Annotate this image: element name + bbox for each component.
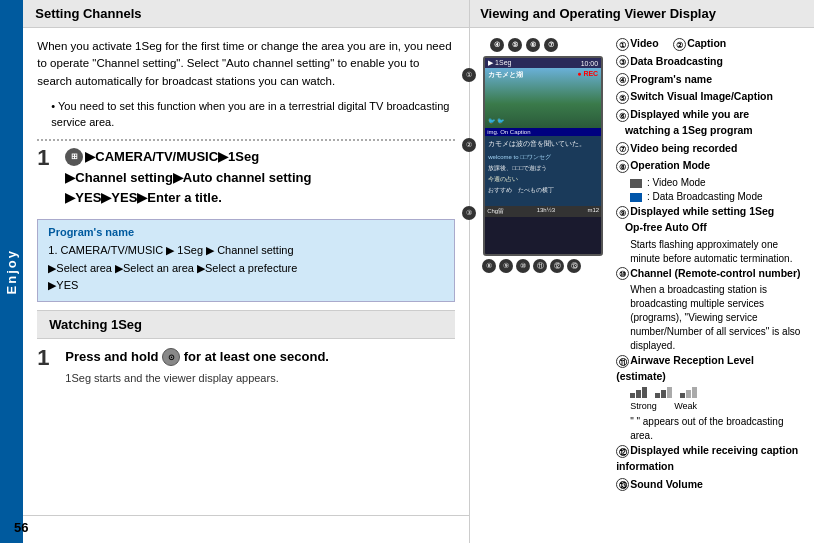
callout-8: ⑧ (482, 259, 496, 273)
bar2a (655, 393, 660, 398)
num-10: ⑩ (616, 267, 629, 280)
num-2: ② (673, 38, 686, 51)
signal-group-1 (630, 387, 647, 398)
label-caption-info: Displayed while receiving caption inform… (616, 444, 798, 472)
blue-section: Program's name 1. CAMERA/TV/MUSIC ▶ 1Seg… (37, 219, 455, 302)
blue-step: 1. (48, 244, 60, 256)
callout-11: ⑪ (533, 259, 547, 273)
bar3b (686, 390, 691, 398)
row-7: ⑦Video being recorded (616, 141, 806, 157)
phone-channel: ▶ 1Seg (488, 59, 511, 67)
num-4: ④ (616, 73, 629, 86)
bar3c (692, 387, 697, 398)
num-11: ⑪ (616, 355, 629, 368)
phone-time: 10:00 (581, 60, 599, 67)
row-9-detail: Starts flashing approximately one minute… (630, 238, 806, 266)
num-9: ⑨ (616, 206, 629, 219)
phone-main-content: カモメは波の音を聞いていた。 welcome to □□ワンセグ 放課後、□□□… (485, 136, 601, 206)
left-panel: Setting Channels When you activate 1Seg … (23, 0, 470, 543)
bottom-callouts: ⑧ ⑨ ⑩ ⑪ ⑫ ⑬ (482, 259, 608, 273)
data-broadcasting-mode-label: : Data Broadcasting Mode (647, 191, 763, 202)
label-airwave: Airwave Reception Level (estimate) (616, 354, 754, 382)
label-caption: Caption (687, 37, 726, 49)
callout-12: ⑫ (550, 259, 564, 273)
enjoy-label: Enjoy (4, 249, 19, 294)
row-12: ⑫Displayed while receiving caption infor… (616, 443, 806, 475)
phone-status-bar: ▶ 1Seg 10:00 (485, 58, 601, 68)
recommend-text: おすすめ たべもの横丁 (488, 186, 598, 195)
phone-wrapper: ④ ⑤ ⑥ ⑦ ① ② ③ ▶ 1Seg (478, 56, 608, 273)
step1-number: 1 (37, 147, 49, 169)
row-13: ⑬Sound Volume (616, 477, 806, 493)
bottom-text: 放課後、□□□で遊ぼう (488, 164, 598, 173)
right-header: Viewing and Operating Viewer Display (470, 0, 814, 28)
watching-1seg-header: Watching 1Seg (37, 310, 455, 339)
blue-content: CAMERA/TV/MUSIC ▶ 1Seg ▶ Channel setting… (48, 244, 297, 291)
step1-main: ⊞▶CAMERA/TV/MUSIC▶1Seg ▶Channel setting▶… (65, 147, 455, 209)
phone-screen: ▶ 1Seg 10:00 カモメと湖 🐦 🐦 ● REC img. On Cap… (483, 56, 603, 256)
footer-right: m12 (587, 207, 599, 216)
label-displayed-setting: Displayed while setting 1Seg Op-free Aut… (616, 205, 774, 233)
page-footer: 56 (23, 515, 469, 543)
enjoy-sidebar: Enjoy (0, 0, 23, 543)
step1-block: 1 ⊞▶CAMERA/TV/MUSIC▶1Seg ▶Channel settin… (37, 147, 455, 209)
num-1: ① (616, 38, 629, 51)
setting-channels-header: Setting Channels (23, 0, 469, 28)
row-4: ④Program's name (616, 72, 806, 88)
label-program-name: Program's name (630, 73, 712, 85)
data-broadcasting-mode-icon (630, 193, 642, 202)
mode1-row: : Video Mode (630, 176, 806, 190)
bar1b (636, 390, 641, 398)
video-text: カモメは波の音を聞いていた。 (488, 139, 598, 149)
callout-7: ⑦ (544, 38, 558, 52)
video-mode-label: : Video Mode (647, 177, 706, 188)
phone-display-area: ④ ⑤ ⑥ ⑦ ① ② ③ ▶ 1Seg (478, 36, 608, 535)
callout-1-wrapper: ① (462, 66, 476, 82)
label-displayed-watching: Displayed while you are watching a 1Seg … (616, 108, 753, 136)
label-video: Video (630, 37, 658, 49)
rec-indicator: ● REC (577, 70, 598, 77)
callout-9: ⑨ (499, 259, 513, 273)
footer-time: 13h½3 (537, 207, 555, 216)
row-1-2: ①Video ②Caption (616, 36, 806, 52)
step2-number: 1 (37, 347, 49, 369)
callout-2: ② (462, 138, 476, 152)
label-sound-volume: Sound Volume (630, 478, 703, 490)
num-13: ⑬ (616, 478, 629, 491)
left-content: When you activate 1Seg for the first tim… (23, 28, 469, 515)
welcome-text: welcome to □□ワンセグ (488, 153, 598, 162)
bullet-item: You need to set this function when you a… (51, 98, 455, 131)
right-content: ④ ⑤ ⑥ ⑦ ① ② ③ ▶ 1Seg (470, 28, 814, 543)
label-switch-visual: Switch Visual Image/Caption (630, 90, 773, 102)
label-operation-mode: Operation Mode (630, 159, 710, 171)
bar2b (661, 390, 666, 398)
step1-content: ⊞▶CAMERA/TV/MUSIC▶1Seg ▶Channel setting▶… (65, 147, 455, 209)
callout-6: ⑥ (526, 38, 540, 52)
bar3a (680, 393, 685, 398)
phone-caption-bar: img. On Caption (485, 128, 601, 136)
callout-1: ① (462, 68, 476, 82)
callout-3: ③ (462, 206, 476, 220)
horoscope-text: 今週の占い (488, 175, 598, 184)
scene-details: 🐦 🐦 (488, 117, 504, 124)
menu-icon: ⊞ (65, 148, 83, 166)
step2-block: 1 Press and hold ⊙ for at least one seco… (37, 347, 455, 384)
intro-text: When you activate 1Seg for the first tim… (37, 38, 455, 90)
num-6: ⑥ (616, 109, 629, 122)
blue-section-content: 1. CAMERA/TV/MUSIC ▶ 1Seg ▶ Channel sett… (48, 242, 444, 295)
label-data-broadcasting: Data Broadcasting (630, 55, 723, 67)
row-10: ⑩Channel (Remote-control number) (616, 266, 806, 282)
divider (37, 139, 455, 141)
phone-video-frame: カモメと湖 🐦 🐦 ● REC (485, 68, 601, 128)
row-8: ⑧Operation Mode (616, 158, 806, 174)
signal-strength-label: Strong Weak (630, 400, 806, 414)
num-8: ⑧ (616, 160, 629, 173)
mode2-row: : Data Broadcasting Mode (630, 190, 806, 204)
num-12: ⑫ (616, 445, 629, 458)
hold-button-icon: ⊙ (162, 348, 180, 366)
row-9: ⑨Displayed while setting 1Seg Op-free Au… (616, 204, 806, 236)
row-5: ⑤Switch Visual Image/Caption (616, 89, 806, 105)
callout-10: ⑩ (516, 259, 530, 273)
num-5: ⑤ (616, 91, 629, 104)
blue-section-title: Program's name (48, 226, 444, 238)
